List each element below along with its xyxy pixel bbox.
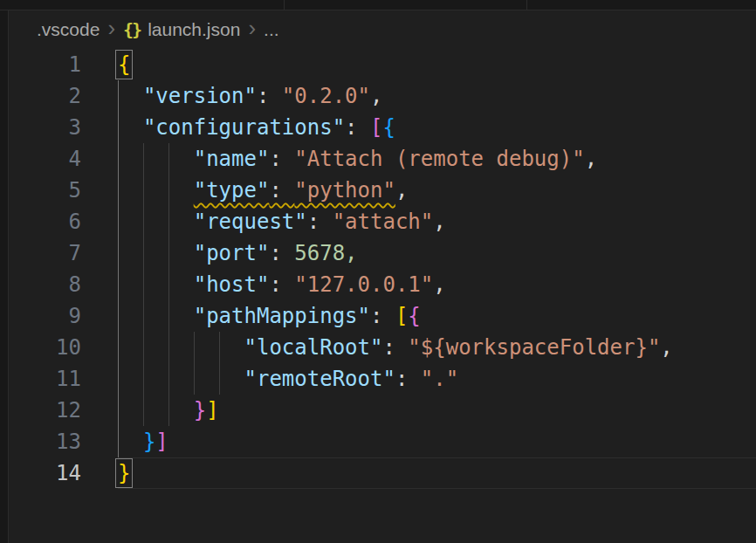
indent-guide bbox=[143, 332, 144, 363]
indent-guide bbox=[143, 269, 144, 300]
code-content: "port": 5678, bbox=[118, 237, 756, 269]
indent-guide bbox=[118, 332, 119, 363]
indent-guide bbox=[118, 269, 119, 300]
line-number: 9 bbox=[9, 300, 81, 332]
code-token: [ bbox=[395, 304, 408, 328]
code-token: "type" bbox=[194, 178, 270, 203]
indent-guide bbox=[168, 363, 169, 395]
breadcrumb-symbol[interactable]: ... bbox=[264, 19, 279, 40]
indent-guide bbox=[219, 363, 220, 395]
indent-guide bbox=[118, 300, 119, 332]
indent-guide bbox=[168, 175, 169, 206]
code-token: "request" bbox=[194, 210, 307, 234]
code-token: { bbox=[382, 115, 395, 140]
code-token: "${workspaceFolder}" bbox=[408, 335, 660, 360]
code-line[interactable]: 5 "type": "python", bbox=[9, 175, 756, 206]
code-line[interactable]: 10 "localRoot": "${workspaceFolder}", bbox=[9, 332, 756, 363]
indent-guide bbox=[168, 395, 169, 426]
line-number: 11 bbox=[9, 363, 81, 395]
code-token: "." bbox=[421, 367, 458, 391]
code-token: } bbox=[194, 398, 206, 423]
chevron-right-icon: › bbox=[248, 17, 256, 39]
code-token: : bbox=[382, 335, 408, 360]
editor[interactable]: 1{2 "version": "0.2.0",3 "configurations… bbox=[9, 49, 756, 543]
code-line[interactable]: 13 }] bbox=[9, 426, 756, 457]
code-line[interactable]: 11 "remoteRoot": "." bbox=[9, 363, 756, 395]
indent-guide bbox=[168, 143, 169, 175]
code-token: "configurations" bbox=[143, 115, 345, 140]
code-token: "python" bbox=[294, 178, 395, 203]
code-line[interactable]: 6 "request": "attach", bbox=[9, 206, 756, 237]
code-token: : bbox=[395, 367, 421, 391]
code-token: "localRoot" bbox=[244, 335, 383, 360]
code-token: "127.0.0.1" bbox=[294, 272, 433, 297]
indent-guide bbox=[194, 332, 195, 363]
code-content: } bbox=[118, 457, 756, 489]
indent-guide bbox=[118, 426, 119, 457]
vscode-window: .vscode › {} launch.json › ... 1{2 "vers… bbox=[0, 0, 756, 543]
indent-guide bbox=[143, 206, 144, 237]
warning-squiggle: "type": "python" bbox=[194, 178, 395, 203]
code-token: : bbox=[345, 115, 370, 140]
code-lines: 1{2 "version": "0.2.0",3 "configurations… bbox=[9, 49, 756, 489]
code-token: } bbox=[118, 461, 130, 485]
code-line[interactable]: 12 }] bbox=[9, 395, 756, 426]
code-token: : bbox=[370, 304, 395, 328]
indent-guide bbox=[143, 237, 144, 269]
code-content: }] bbox=[118, 395, 756, 426]
indent-guide bbox=[168, 300, 169, 332]
code-token: 5678 bbox=[294, 241, 345, 265]
breadcrumb-folder[interactable]: .vscode bbox=[37, 19, 100, 40]
tab-bar bbox=[0, 0, 756, 10]
code-line[interactable]: 3 "configurations": [{ bbox=[9, 112, 756, 143]
line-number: 14 bbox=[9, 457, 81, 489]
line-number: 2 bbox=[9, 80, 81, 112]
code-token: , bbox=[585, 147, 597, 171]
line-number: 4 bbox=[9, 143, 81, 175]
code-token: , bbox=[345, 241, 357, 265]
line-number: 1 bbox=[9, 49, 81, 80]
code-token: , bbox=[660, 335, 672, 360]
line-number: 6 bbox=[9, 206, 81, 237]
indent-guide bbox=[118, 175, 119, 206]
code-line[interactable]: 7 "port": 5678, bbox=[9, 237, 756, 269]
code-line[interactable]: 8 "host": "127.0.0.1", bbox=[9, 269, 756, 300]
code-token: : bbox=[269, 147, 294, 171]
line-number: 7 bbox=[9, 237, 81, 269]
indent-guide bbox=[143, 300, 144, 332]
code-token: "attach" bbox=[333, 210, 434, 234]
indent-guide bbox=[118, 237, 119, 269]
code-content: "remoteRoot": "." bbox=[118, 363, 756, 395]
code-token: "Attach (remote debug)" bbox=[294, 147, 584, 171]
code-content: "host": "127.0.0.1", bbox=[118, 269, 756, 300]
breadcrumb-file[interactable]: launch.json bbox=[148, 19, 240, 40]
code-content: { bbox=[118, 49, 756, 80]
panel-edge bbox=[0, 10, 9, 543]
code-line[interactable]: 1{ bbox=[9, 49, 756, 80]
code-token: : bbox=[307, 210, 333, 234]
indent-guide bbox=[168, 269, 169, 300]
code-token: , bbox=[395, 178, 408, 203]
chevron-right-icon: › bbox=[107, 17, 115, 39]
code-line[interactable]: 2 "version": "0.2.0", bbox=[9, 80, 756, 112]
code-content: "type": "python", bbox=[118, 175, 756, 206]
indent-guide bbox=[143, 143, 144, 175]
indent-guide bbox=[143, 175, 144, 206]
line-number: 10 bbox=[9, 332, 81, 363]
indent-guide bbox=[168, 206, 169, 237]
code-token: { bbox=[408, 304, 420, 328]
indent-guide bbox=[194, 363, 195, 395]
code-token: : bbox=[269, 272, 294, 297]
code-line[interactable]: 14} bbox=[9, 457, 756, 489]
code-content: "version": "0.2.0", bbox=[118, 80, 756, 112]
code-token: "version" bbox=[143, 84, 257, 108]
code-line[interactable]: 4 "name": "Attach (remote debug)", bbox=[9, 143, 756, 175]
code-token: ] bbox=[206, 398, 218, 423]
code-token: "remoteRoot" bbox=[244, 367, 395, 391]
breadcrumb: .vscode › {} launch.json › ... bbox=[9, 10, 756, 49]
indent-guide bbox=[168, 237, 169, 269]
code-line[interactable]: 9 "pathMappings": [{ bbox=[9, 300, 756, 332]
line-number: 8 bbox=[9, 269, 81, 300]
code-token: ] bbox=[155, 430, 168, 454]
code-content: "pathMappings": [{ bbox=[118, 300, 756, 332]
